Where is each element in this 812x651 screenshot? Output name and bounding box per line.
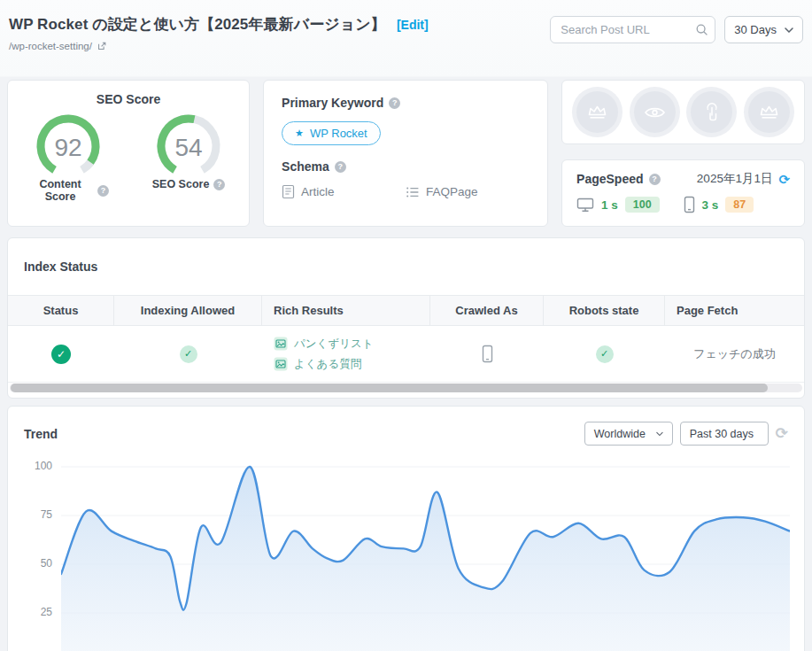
list-icon — [406, 186, 420, 198]
primary-keyword-card: Primary Keyword ? ★ WP Rocket Schema ? A… — [263, 80, 548, 227]
col-indexing-allowed: Indexing Allowed — [114, 296, 262, 325]
mobile-score-badge: 87 — [725, 197, 754, 213]
robots-state-cell: ✓ — [544, 326, 665, 382]
content-score-label: Content Score — [27, 178, 93, 203]
crawled-as-cell — [430, 326, 544, 382]
trend-card: Trend Worldwide Past 30 days ⟳ 10075 — [7, 406, 805, 651]
help-icon[interactable]: ? — [389, 97, 400, 109]
search-input[interactable] — [550, 16, 715, 43]
primary-keyword-title: Primary Keyword — [282, 96, 383, 110]
status-cell: ✓ — [8, 326, 114, 382]
y-tick-label: 50 — [15, 557, 52, 570]
trend-chart: 100755025 — [61, 462, 788, 651]
schema-item-faqpage: FAQPage — [406, 184, 530, 199]
horizontal-scrollbar — [10, 384, 802, 392]
page-header: WP Rocket の設定と使い方【2025年最新バージョン】 [Edit] /… — [7, 0, 805, 80]
eye-icon — [643, 105, 667, 120]
pagespeed-date: 2025年1月1日 — [697, 171, 773, 187]
col-status: Status — [8, 296, 114, 325]
crown-icon — [757, 103, 781, 121]
check-circle-icon: ✓ — [596, 345, 614, 363]
crown-icon — [585, 103, 609, 121]
article-icon — [282, 184, 295, 199]
desktop-icon — [576, 198, 594, 213]
stats-icons-card — [561, 80, 805, 144]
schema-label: FAQPage — [426, 185, 478, 198]
pagespeed-title: PageSpeed — [576, 172, 643, 186]
keyword-label: WP Rocket — [310, 127, 367, 140]
seo-score-card: SEO Score 92 Content Score ? — [7, 80, 250, 227]
impressions-stat — [630, 87, 680, 137]
header-right: 30 Days — [550, 14, 803, 43]
trend-plot-svg — [61, 462, 790, 651]
help-icon[interactable]: ? — [335, 161, 346, 173]
clicks-stat — [686, 87, 737, 137]
rich-result-item: パンくずリスト — [274, 337, 374, 352]
keyword-pill[interactable]: ★ WP Rocket — [282, 121, 381, 145]
table-header-row: Status Indexing Allowed Rich Results Cra… — [8, 295, 804, 326]
desktop-speed: 1 s 100 — [576, 196, 683, 213]
page-title: WP Rocket の設定と使い方【2025年最新バージョン】 — [9, 14, 386, 35]
table-row: ✓ ✓ パンくずリスト — [8, 326, 804, 383]
schema-item-article: Article — [282, 184, 406, 199]
rich-result-image-icon — [274, 337, 288, 351]
seo-analytics-page: WP Rocket の設定と使い方【2025年最新バージョン】 [Edit] /… — [0, 0, 812, 651]
scrollbar-thumb[interactable] — [11, 384, 768, 392]
refresh-icon[interactable]: ⟳ — [778, 173, 790, 186]
index-status-title: Index Status — [8, 238, 804, 274]
search-icon[interactable] — [695, 23, 708, 36]
page-fetch-cell: フェッチの成功 — [665, 326, 804, 382]
help-icon[interactable]: ? — [649, 174, 661, 185]
trend-range-select[interactable]: Past 30 days — [680, 422, 769, 446]
col-page-fetch: Page Fetch — [665, 296, 804, 325]
indexing-allowed-cell: ✓ — [114, 326, 262, 382]
mobile-icon — [482, 345, 493, 363]
post-slug: /wp-rocket-setting/ — [9, 41, 92, 51]
summary-cards-row: SEO Score 92 Content Score ? — [7, 80, 805, 227]
trend-refresh-icon[interactable]: ⟳ — [776, 426, 788, 441]
mobile-icon — [684, 196, 695, 213]
edit-link[interactable]: [Edit] — [397, 18, 429, 32]
star-icon: ★ — [295, 128, 304, 139]
keywords-stat — [744, 87, 794, 137]
help-icon[interactable]: ? — [97, 185, 109, 197]
position-stat — [572, 87, 623, 137]
check-circle-icon: ✓ — [180, 345, 197, 363]
region-select[interactable]: Worldwide — [584, 422, 673, 446]
header-left: WP Rocket の設定と使い方【2025年最新バージョン】 [Edit] /… — [9, 14, 429, 51]
desktop-time: 1 s — [601, 198, 618, 212]
index-status-table: Status Indexing Allowed Rich Results Cra… — [8, 295, 804, 383]
help-icon[interactable]: ? — [213, 179, 225, 190]
trend-title: Trend — [24, 427, 58, 441]
rich-result-item: よくある質問 — [274, 357, 361, 372]
content-score-value: 92 — [27, 134, 109, 162]
days-filter-value: 30 Days — [734, 23, 777, 36]
y-tick-label: 100 — [15, 460, 52, 472]
page-fetch-status: フェッチの成功 — [693, 346, 776, 362]
desktop-score-badge: 100 — [625, 197, 660, 213]
schema-label: Article — [301, 185, 335, 198]
chevron-down-icon — [785, 27, 793, 33]
content-score-gauge: 92 Content Score ? — [27, 112, 109, 203]
trend-range-value: Past 30 days — [690, 428, 754, 440]
rich-result-label: よくある質問 — [294, 357, 361, 372]
schema-title: Schema — [282, 159, 329, 174]
search-box — [550, 16, 715, 43]
click-icon — [702, 102, 722, 123]
seo-score-card-title: SEO Score — [8, 92, 249, 106]
seo-score-label: SEO Score — [152, 178, 210, 190]
rich-results-cell: パンくずリスト よくある質問 — [262, 326, 430, 382]
seo-score-value: 54 — [148, 134, 229, 162]
external-link-icon[interactable] — [97, 41, 107, 51]
right-column: PageSpeed ? 2025年1月1日 ⟳ 1 s — [561, 80, 805, 227]
days-filter-select[interactable]: 30 Days — [724, 16, 803, 43]
pagespeed-card: PageSpeed ? 2025年1月1日 ⟳ 1 s — [561, 159, 805, 227]
rich-result-image-icon — [274, 357, 288, 371]
y-tick-label: 75 — [15, 508, 52, 521]
index-status-card: Index Status Status Indexing Allowed Ric… — [7, 237, 805, 399]
mobile-time: 3 s — [702, 198, 719, 212]
chevron-down-icon — [656, 431, 663, 437]
region-select-value: Worldwide — [594, 428, 646, 440]
col-robots-state: Robots state — [544, 296, 665, 325]
check-circle-icon: ✓ — [51, 345, 71, 364]
